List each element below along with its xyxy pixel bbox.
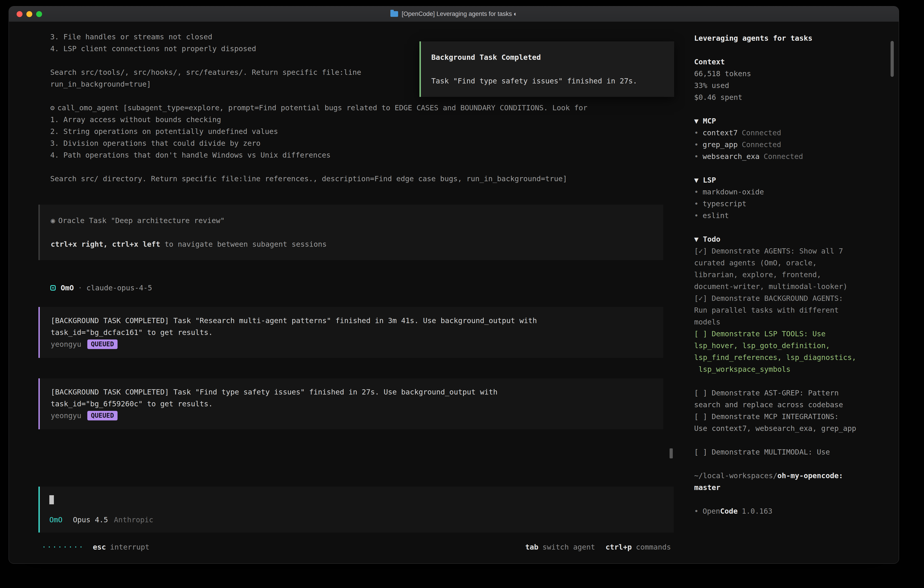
mcp-heading[interactable]: ▼ MCP bbox=[694, 115, 881, 127]
workspace-dir: ~/local-workspaces/ bbox=[694, 471, 777, 480]
lsp-name: typescript bbox=[703, 200, 746, 208]
input-model: Opus 4.5 bbox=[73, 514, 108, 526]
agent-header: OmO · claude-opus-4-5 bbox=[38, 282, 663, 294]
bullet-icon: • bbox=[694, 211, 698, 220]
oracle-task-panel: ◉Oracle Task "Deep architecture review" … bbox=[38, 205, 663, 260]
lsp-item: •eslint bbox=[694, 210, 881, 221]
prompt-input[interactable]: OmO Opus 4.5 Anthropic bbox=[38, 487, 674, 532]
traffic-lights bbox=[9, 11, 42, 17]
commands-key-label: commands bbox=[636, 541, 671, 553]
todo-item: [ ] Demonstrate MULTIMODAL: Use bbox=[694, 446, 881, 458]
background-task-toast: Background Task Completed Task "Find typ… bbox=[419, 41, 674, 97]
chat-scrollback[interactable]: 3. File handles or streams not closed 4.… bbox=[9, 22, 685, 475]
todo-item: [✓] Demonstrate BACKGROUND AGENTS: Run p… bbox=[694, 292, 881, 328]
tool-call-block: ⚙call_omo_agent [subagent_type=explore, … bbox=[38, 102, 663, 185]
tab-key-label: switch agent bbox=[543, 541, 595, 553]
input-agent-name: OmO bbox=[50, 514, 63, 526]
subagent-nav-hint: ctrl+x right, ctrl+x left to navigate be… bbox=[51, 238, 652, 250]
bullet-icon: • bbox=[694, 507, 698, 515]
oracle-title-row: ◉Oracle Task "Deep architecture review" bbox=[51, 215, 652, 226]
bullet-icon: • bbox=[694, 129, 698, 137]
sidebar: Leveraging agents for tasks Context 66,5… bbox=[685, 22, 899, 563]
status-right: tab switch agent ctrl+p commands bbox=[525, 541, 671, 553]
agent-name: OmO bbox=[61, 282, 74, 294]
commands-key-hint: ctrl+p bbox=[606, 541, 632, 553]
app-version-line: •OpenCode1.0.163 bbox=[694, 505, 881, 517]
minimize-button[interactable] bbox=[26, 11, 32, 17]
mcp-name: context7 bbox=[703, 129, 738, 137]
input-provider: Anthropic bbox=[114, 514, 153, 526]
background-task-message: [BACKGROUND TASK COMPLETED] Task "Find t… bbox=[38, 378, 663, 429]
bullet-icon: • bbox=[694, 188, 698, 196]
terminal-window: [OpenCode] Leveraging agents for tasks ◐… bbox=[9, 6, 899, 564]
lsp-name: eslint bbox=[703, 211, 729, 220]
mcp-name: websearch_exa bbox=[703, 152, 759, 161]
todo-item: [ ] Demonstrate MCP INTEGRATIONS: Use co… bbox=[694, 411, 881, 434]
workspace-path: ~/local-workspaces/oh-my-opencode: maste… bbox=[694, 470, 881, 494]
message-author: yeongyu bbox=[51, 410, 81, 421]
titlebar[interactable]: [OpenCode] Leveraging agents for tasks ◐ bbox=[9, 7, 899, 22]
toast-body: Task "Find type safety issues" finished … bbox=[431, 75, 664, 87]
folder-icon bbox=[390, 11, 398, 17]
record-icon: ◉ bbox=[51, 216, 55, 225]
sidebar-scrollbar-thumb[interactable] bbox=[891, 41, 894, 77]
mcp-status: Connected bbox=[742, 140, 781, 149]
context-section: Context 66,518 tokens 33% used $0.46 spe… bbox=[694, 56, 881, 103]
message-meta: yeongyu QUEUED bbox=[51, 410, 652, 421]
esc-key-label: interrupt bbox=[110, 541, 149, 553]
toast-title: Background Task Completed bbox=[431, 51, 664, 63]
lsp-item: •markdown-oxide bbox=[694, 186, 881, 198]
spinner-dots: ········ bbox=[42, 541, 84, 553]
mcp-name: grep_app bbox=[703, 140, 738, 149]
message-meta: yeongyu QUEUED bbox=[51, 339, 652, 350]
main-terminal-pane: 3. File handles or streams not closed 4.… bbox=[9, 22, 685, 563]
window-title: [OpenCode] Leveraging agents for tasks ◐ bbox=[402, 10, 518, 18]
message-author: yeongyu bbox=[51, 339, 81, 350]
lsp-item: •typescript bbox=[694, 198, 881, 210]
todo-item: [ ] Demonstrate LSP TOOLS: Use lsp_hover… bbox=[694, 328, 881, 375]
status-left: ········ esc interrupt bbox=[42, 541, 149, 553]
lsp-name: markdown-oxide bbox=[703, 188, 764, 196]
input-meta: OmO Opus 4.5 Anthropic bbox=[50, 514, 663, 526]
close-button[interactable] bbox=[16, 11, 23, 17]
queued-badge: QUEUED bbox=[87, 339, 117, 349]
tool-call-text: call_omo_agent [subagent_type=explore, p… bbox=[50, 104, 587, 183]
hint-text: to navigate between subagent sessions bbox=[160, 240, 327, 249]
input-line[interactable] bbox=[50, 492, 663, 507]
context-heading: Context bbox=[694, 56, 881, 68]
app-version: 1.0.163 bbox=[742, 507, 772, 515]
tab-key-hint: tab bbox=[525, 541, 538, 553]
scrollbar-thumb-bottom[interactable] bbox=[670, 448, 673, 458]
lsp-heading[interactable]: ▼ LSP bbox=[694, 174, 881, 186]
mcp-status: Connected bbox=[764, 152, 803, 161]
queued-badge: QUEUED bbox=[87, 411, 117, 420]
status-bar: ········ esc interrupt tab switch agent … bbox=[9, 532, 685, 563]
message-text: [BACKGROUND TASK COMPLETED] Task "Resear… bbox=[51, 315, 652, 339]
mcp-item: •grep_appConnected bbox=[694, 139, 881, 150]
app-name: Code bbox=[720, 507, 738, 515]
omo-agent-icon bbox=[50, 285, 56, 291]
session-title: Leveraging agents for tasks bbox=[694, 32, 881, 44]
workspace-repo: oh-my-opencode: bbox=[777, 471, 843, 480]
text-cursor bbox=[50, 495, 54, 504]
esc-key-hint: esc bbox=[93, 541, 106, 553]
bullet-icon: • bbox=[694, 140, 698, 149]
todo-item: [✓] Demonstrate AGENTS: Show all 7 curat… bbox=[694, 245, 881, 292]
zoom-button[interactable] bbox=[36, 11, 42, 17]
gear-icon: ⚙ bbox=[50, 104, 54, 112]
agent-model: claude-opus-4-5 bbox=[86, 282, 152, 294]
agent-separator: · bbox=[78, 282, 82, 294]
hint-keys: ctrl+x right, ctrl+x left bbox=[51, 240, 160, 249]
git-branch: master bbox=[694, 482, 881, 494]
bullet-icon: • bbox=[694, 152, 698, 161]
todo-item: [ ] Demonstrate AST-GREP: Pattern search… bbox=[694, 387, 881, 411]
context-spent: $0.46 spent bbox=[694, 91, 881, 103]
mcp-item: •context7Connected bbox=[694, 127, 881, 139]
lsp-section: ▼ LSP •markdown-oxide •typescript •eslin… bbox=[694, 174, 881, 221]
todo-heading[interactable]: ▼ Todo bbox=[694, 233, 881, 245]
context-used: 33% used bbox=[694, 79, 881, 91]
message-text: [BACKGROUND TASK COMPLETED] Task "Find t… bbox=[51, 386, 652, 410]
bullet-icon: • bbox=[694, 200, 698, 208]
todo-section: ▼ Todo [✓] Demonstrate AGENTS: Show all … bbox=[694, 233, 881, 458]
oracle-title: Oracle Task "Deep architecture review" bbox=[58, 216, 224, 225]
